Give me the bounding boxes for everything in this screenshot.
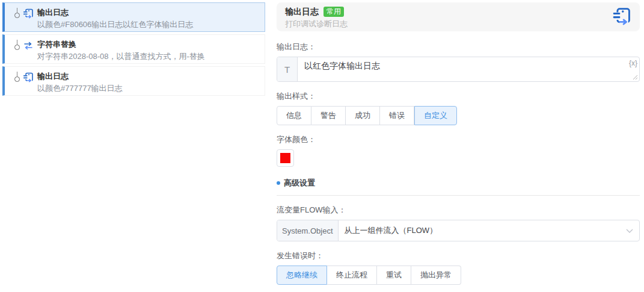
advanced-settings-label: 高级设置 xyxy=(284,178,315,188)
flow-step-subtitle: 以颜色#F80606输出日志以红色字体输出日志 xyxy=(37,19,259,30)
chevron-down-icon xyxy=(626,229,633,234)
style-option-custom[interactable]: 自定义 xyxy=(414,106,457,125)
font-color-swatch xyxy=(280,153,290,163)
bullet-icon xyxy=(277,181,280,185)
common-badge: 常用 xyxy=(324,7,344,17)
flow-step-list: 输出日志 以颜色#F80606输出日志以红色字体输出日志 字符串替换 对字符串2… xyxy=(2,2,265,98)
log-message-label: 输出日志： xyxy=(277,42,640,52)
flow-anchor[interactable] xyxy=(13,8,22,28)
flow-input-select[interactable]: System.Object 从上一组件流入（FLOW） xyxy=(277,220,640,241)
flow-input-value[interactable]: 从上一组件流入（FLOW） xyxy=(339,220,639,241)
log-message-value[interactable]: 以红色字体输出日志 xyxy=(298,57,639,81)
log-output-icon xyxy=(23,8,34,19)
flow-step-log-2[interactable]: 输出日志 以颜色#777777输出日志 xyxy=(2,66,265,96)
error-option-abort[interactable]: 终止流程 xyxy=(327,266,377,285)
divider xyxy=(277,195,640,196)
flow-anchor[interactable] xyxy=(13,40,22,60)
advanced-settings-header[interactable]: 高级设置 xyxy=(277,178,640,188)
style-option-success[interactable]: 成功 xyxy=(346,106,380,125)
font-color-picker[interactable] xyxy=(277,149,294,167)
flow-step-subtitle: 对字符串2028-08-08，以普通查找方式，用-替换 xyxy=(37,51,259,62)
flow-input-label: 流变量FLOW输入： xyxy=(277,205,640,216)
insert-variable-button[interactable]: {x} xyxy=(629,59,637,67)
on-error-label: 发生错误时： xyxy=(277,250,640,261)
component-detail-panel: 输出日志 常用 打印调试诊断日志 输出日志： T 以红色字体输出日志 {x} 输… xyxy=(277,2,640,292)
string-replace-icon xyxy=(23,40,34,51)
style-option-error[interactable]: 错误 xyxy=(380,106,414,125)
detail-title: 输出日志 xyxy=(285,6,319,17)
flow-step-title: 字符串替换 xyxy=(37,39,259,50)
font-color-label: 字体颜色： xyxy=(277,134,640,145)
error-option-throw[interactable]: 抛出异常 xyxy=(411,266,461,285)
style-option-info[interactable]: 信息 xyxy=(277,106,311,125)
flow-step-subtitle: 以颜色#777777输出日志 xyxy=(37,83,259,94)
detail-subtitle: 打印调试诊断日志 xyxy=(285,19,631,30)
log-output-icon xyxy=(612,7,631,26)
flow-input-type: System.Object xyxy=(277,220,339,241)
on-error-group: 忽略继续 终止流程 重试 抛出异常 xyxy=(277,266,640,285)
output-style-group: 信息 警告 成功 错误 自定义 xyxy=(277,106,640,125)
detail-header: 输出日志 常用 打印调试诊断日志 xyxy=(277,2,640,31)
log-message-input[interactable]: T 以红色字体输出日志 {x} xyxy=(277,57,640,82)
log-output-icon xyxy=(23,72,34,83)
flow-step-string-replace[interactable]: 字符串替换 对字符串2028-08-08，以普通查找方式，用-替换 xyxy=(2,34,265,64)
output-style-label: 输出样式： xyxy=(277,91,640,102)
error-option-retry[interactable]: 重试 xyxy=(377,266,411,285)
style-option-warning[interactable]: 警告 xyxy=(311,106,346,125)
flow-anchor[interactable] xyxy=(13,72,22,92)
resize-handle[interactable] xyxy=(633,75,638,80)
flow-step-log-1[interactable]: 输出日志 以颜色#F80606输出日志以红色字体输出日志 xyxy=(2,2,265,32)
flow-step-title: 输出日志 xyxy=(37,7,259,18)
error-option-ignore[interactable]: 忽略继续 xyxy=(277,266,327,285)
text-type-button[interactable]: T xyxy=(277,57,298,81)
flow-step-title: 输出日志 xyxy=(37,71,259,82)
